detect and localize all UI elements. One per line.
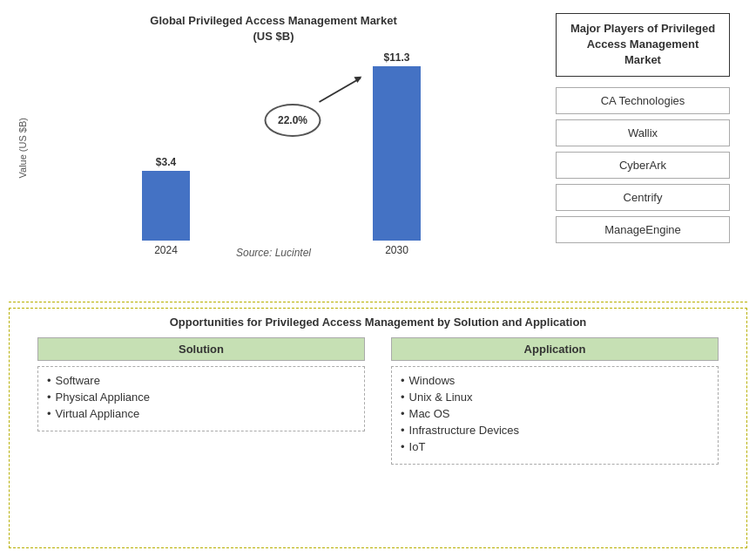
solution-item-virtual: • Virtual Appliance xyxy=(47,407,355,420)
solution-item-software: • Software xyxy=(47,374,355,387)
bullet: • xyxy=(47,374,51,387)
player-cyberark: CyberArk xyxy=(556,152,730,179)
arrow-head xyxy=(354,74,363,84)
application-column: Application • Windows • Unix & Linux • M… xyxy=(391,337,719,465)
bar-value-2030: $11.3 xyxy=(383,51,409,64)
application-item-iot: • IoT xyxy=(401,440,709,453)
bottom-columns: Solution • Software • Physical Appliance… xyxy=(20,337,736,465)
x-axis: 2024 2030 xyxy=(33,241,530,256)
top-section: Global Privileged Access Management Mark… xyxy=(9,9,747,296)
player-wallix: Wallix xyxy=(556,119,730,146)
bar-group-2030: $11.3 xyxy=(373,51,421,241)
chart-wrapper: Value (US $B) $3.4 22.0% xyxy=(17,51,530,243)
bars-and-xaxis: $3.4 22.0% xyxy=(33,51,530,243)
section-divider xyxy=(9,302,747,302)
bottom-section: Opportunities for Privileged Access Mana… xyxy=(9,308,747,548)
bullet: • xyxy=(401,440,405,453)
cagr-ellipse: 22.0% xyxy=(265,104,321,137)
player-manageengine: ManageEngine xyxy=(556,216,730,243)
solution-item-physical: • Physical Appliance xyxy=(47,391,355,404)
bar-value-2024: $3.4 xyxy=(156,156,176,168)
player-ca-technologies: CA Technologies xyxy=(556,87,730,114)
application-item-windows: • Windows xyxy=(401,374,709,387)
players-area: Major Players of Privileged Access Manag… xyxy=(538,9,747,296)
bullet: • xyxy=(401,391,405,404)
application-item-mac: • Mac OS xyxy=(401,407,709,420)
y-axis-label: Value (US $B) xyxy=(17,118,28,179)
solution-list-box: • Software • Physical Appliance • Virtua… xyxy=(37,366,365,431)
chart-area: Global Privileged Access Management Mark… xyxy=(9,9,538,296)
bar-2024 xyxy=(142,171,190,241)
application-list-box: • Windows • Unix & Linux • Mac OS • Infr… xyxy=(391,366,719,465)
cagr-annotation: 22.0% xyxy=(265,104,321,137)
application-item-unix: • Unix & Linux xyxy=(401,391,709,404)
chart-title: Global Privileged Access Management Mark… xyxy=(150,13,396,44)
solution-header: Solution xyxy=(37,337,365,361)
main-container: Global Privileged Access Management Mark… xyxy=(0,0,756,557)
bullet: • xyxy=(401,407,405,420)
application-header: Application xyxy=(391,337,719,361)
application-item-infrastructure: • Infrastructure Devices xyxy=(401,424,709,437)
bullet: • xyxy=(401,374,405,387)
bullet: • xyxy=(47,407,51,420)
bars-row: $3.4 22.0% xyxy=(33,51,530,241)
x-label-2024: 2024 xyxy=(142,244,190,256)
bullet: • xyxy=(401,424,405,437)
solution-column: Solution • Software • Physical Appliance… xyxy=(37,337,365,465)
bottom-title: Opportunities for Privileged Access Mana… xyxy=(20,316,736,329)
bar-2030 xyxy=(373,66,421,241)
players-title: Major Players of Privileged Access Manag… xyxy=(556,13,730,77)
arrow-line xyxy=(319,78,361,103)
bullet: • xyxy=(47,391,51,404)
x-label-2030: 2030 xyxy=(373,244,421,256)
bar-group-2024: $3.4 xyxy=(142,156,190,241)
player-centrify: Centrify xyxy=(556,184,730,211)
